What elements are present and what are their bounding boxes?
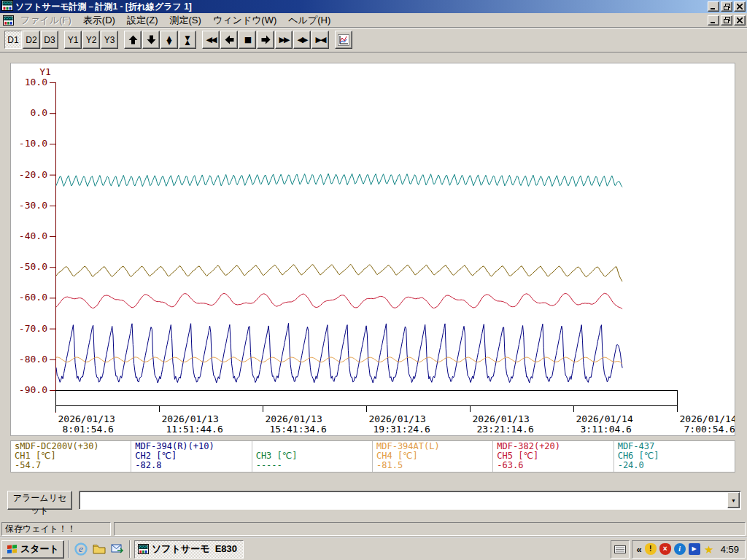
task-label: ソフトサーモ E830 [152,542,237,556]
svg-text:-10.0: -10.0 [19,138,47,149]
menu-item-window[interactable]: ウィンドウ(W) [207,13,282,28]
app-window: ソフトサーモ計測－計測1 - [折れ線グラフ 1] [0,0,747,537]
chevron-down-icon: ▼ [731,498,736,503]
svg-text:-80.0: -80.0 [19,354,47,365]
blocked-shield-icon[interactable]: × [659,543,671,555]
toolbar-button-d2[interactable]: D2 [23,31,40,49]
compress-horizontal-icon: ▶◀ [316,36,325,44]
star-icon[interactable]: ★ [703,543,715,555]
folder-icon[interactable] [91,540,107,558]
child-restore-button[interactable] [721,15,732,26]
taskbar-separator [68,540,69,558]
taskbar-separator [129,540,131,558]
restore-icon [724,17,730,23]
statusbar: 保存ウェイト！！ [0,520,747,537]
keyboard-layout-indicator[interactable] [611,540,630,559]
expand-horizontal-icon: ◀▶ [298,36,307,44]
combobox-dropdown-button[interactable]: ▼ [727,492,740,508]
toolbar-button-scroll-left[interactable] [220,31,238,49]
menu-item-settings[interactable]: 設定(Z) [121,13,164,28]
svg-text:10.0: 10.0 [25,77,47,88]
chevron-collapse-icon[interactable]: « [636,544,641,555]
svg-text:0.0: 0.0 [31,107,47,118]
menu: ファイル(F)表示(D)設定(Z)測定(S)ウィンドウ(W)ヘルプ(H) [15,13,708,28]
toolbar-button-y2[interactable]: Y2 [82,31,100,49]
window-title: ソフトサーモ計測－計測1 - [折れ線グラフ 1] [15,1,708,13]
legend-cell-ch1: sMDF-DC200V(+30)CH1 [℃]-54.7 [11,441,131,472]
svg-text:15:41:34.6: 15:41:34.6 [270,424,327,435]
document-chart-icon[interactable] [1,15,15,26]
svg-text:2026/01/13: 2026/01/13 [58,413,115,424]
tray-clock: 4:59 [721,544,739,555]
svg-text:-30.0: -30.0 [19,200,47,211]
svg-text:2026/01/13: 2026/01/13 [162,413,219,424]
close-button[interactable] [734,1,746,12]
legend-cell-ch2: MDF-394(R)(+10)CH2 [℃]-82.8 [131,441,252,472]
legend-cell-ch5: MDF-382(+20)CH5 [℃]-63.6 [493,441,614,472]
toolbar-button-stop[interactable]: ■ [239,31,256,49]
status-panel-secondary [114,522,746,536]
menu-item-file: ファイル(F) [15,13,77,28]
toolbar-button-expand-vertical[interactable]: ▲▼ [160,31,178,49]
status-text: 保存ウェイト！！ [5,523,76,535]
toolbar-button-y1[interactable]: Y1 [64,31,82,49]
child-close-button[interactable] [734,15,746,26]
outlook-express-icon[interactable] [109,540,125,558]
menu-item-measure[interactable]: 測定(S) [163,13,206,28]
close-icon [737,18,743,23]
legend-cell-ch6: MDF-437CH6 [℃]-24.0 [614,441,735,472]
toolbar-button-rewind[interactable]: ◀◀ [202,31,220,49]
series-ch1-line [56,265,622,281]
toolbar-button-y3[interactable]: Y3 [101,31,118,49]
app-icon [1,0,13,14]
svg-text:2026/01/14: 2026/01/14 [576,413,633,424]
toolbar-button-fast-forward[interactable]: ▶▶ [275,31,293,49]
line-chart: 10.00.0-10.0-20.0-30.0-40.0-50.0-60.0-70… [11,63,735,435]
alarm-combobox[interactable]: ▼ [79,491,741,510]
info-balloon-icon[interactable]: i [674,543,686,555]
expand-vertical-icon: ▲▼ [167,36,172,44]
alarm-reset-button[interactable]: アラームリセット [7,491,72,510]
svg-text:2026/01/14: 2026/01/14 [680,413,735,424]
windows-logo-icon [7,544,18,554]
channel-value: -63.6 [497,461,609,470]
toolbar-button-scroll-up[interactable] [124,31,142,49]
channel-value: -82.8 [135,461,247,470]
toolbar-button-scroll-down[interactable] [142,31,160,49]
child-minimize-button[interactable] [708,15,719,26]
alert-shield-icon[interactable]: ! [645,543,657,555]
channel-value: -54.7 [15,461,127,470]
toolbar-button-expand-horizontal[interactable]: ◀▶ [293,31,311,49]
internet-explorer-icon[interactable]: e [73,540,89,558]
stop-icon: ■ [244,36,250,44]
media-player-icon[interactable]: ▶ [689,543,700,555]
minimize-button[interactable] [708,1,719,12]
toolbar-button-d1[interactable]: D1 [4,31,22,49]
svg-text:e: e [79,543,83,554]
toolbar-button-scroll-right[interactable] [257,31,274,49]
toolbar-button-line-graph[interactable] [335,31,352,49]
restore-icon [724,4,730,10]
taskbar: スタート e [0,537,747,560]
menubar: ファイル(F)表示(D)設定(Z)測定(S)ウィンドウ(W)ヘルプ(H) [0,13,747,28]
titlebar: ソフトサーモ計測－計測1 - [折れ線グラフ 1] [0,0,747,13]
svg-text:Y1: Y1 [39,66,51,77]
start-button[interactable]: スタート [1,540,64,559]
menu-item-view[interactable]: 表示(D) [77,13,121,28]
desktop: ソフトサーモ計測－計測1 - [折れ線グラフ 1] [0,0,747,560]
taskbar-task-button[interactable]: ソフトサーモ E830 [134,540,244,559]
toolbar-button-compress-vertical[interactable]: ▼▲ [179,31,196,49]
app-icon [138,544,149,554]
series-ch6-line [56,174,622,187]
svg-text:-90.0: -90.0 [19,384,47,395]
svg-text:8:01:54.6: 8:01:54.6 [63,424,114,435]
menu-item-help[interactable]: ヘルプ(H) [282,13,336,28]
minimize-icon [711,4,716,9]
fast-forward-icon: ▶▶ [279,36,289,44]
down-arrow-icon [146,34,157,45]
svg-text:2026/01/13: 2026/01/13 [369,413,426,424]
channel-value: -81.5 [376,461,489,470]
toolbar-button-d3[interactable]: D3 [41,31,58,49]
toolbar-button-compress-horizontal[interactable]: ▶◀ [311,31,329,49]
restore-button[interactable] [721,1,732,12]
